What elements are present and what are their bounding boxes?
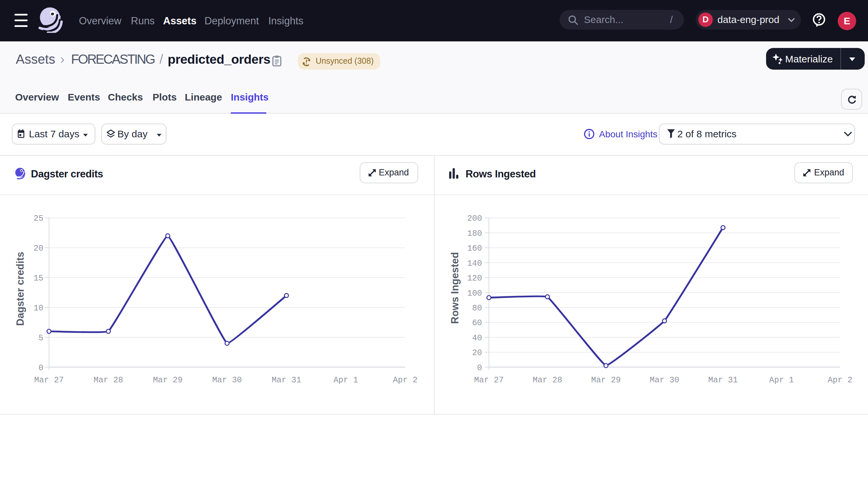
- svg-text:Mar 28: Mar 28: [533, 376, 562, 385]
- svg-text:25: 25: [34, 214, 43, 223]
- svg-text:Mar 27: Mar 27: [34, 376, 64, 385]
- svg-text:Mar 29: Mar 29: [153, 376, 182, 385]
- svg-text:Apr 2: Apr 2: [828, 376, 852, 385]
- svg-text:0: 0: [477, 363, 482, 373]
- svg-text:Mar 29: Mar 29: [591, 376, 621, 385]
- svg-text:10: 10: [34, 303, 43, 313]
- svg-text:80: 80: [472, 303, 482, 313]
- svg-text:Mar 30: Mar 30: [213, 376, 242, 385]
- svg-text:140: 140: [467, 259, 482, 268]
- svg-text:0: 0: [38, 363, 43, 373]
- svg-text:200: 200: [467, 214, 482, 223]
- svg-text:40: 40: [472, 333, 482, 343]
- svg-text:Apr 1: Apr 1: [333, 376, 358, 385]
- svg-text:Apr 2: Apr 2: [393, 376, 418, 385]
- svg-text:160: 160: [467, 244, 482, 253]
- svg-text:Dagster credits: Dagster credits: [14, 252, 26, 326]
- svg-text:Mar 31: Mar 31: [708, 376, 738, 385]
- svg-text:Apr 1: Apr 1: [769, 376, 794, 385]
- svg-text:5: 5: [38, 333, 43, 343]
- svg-text:100: 100: [467, 289, 482, 298]
- svg-text:Mar 27: Mar 27: [474, 376, 504, 385]
- svg-text:15: 15: [34, 274, 43, 283]
- svg-text:Mar 28: Mar 28: [94, 376, 123, 385]
- svg-text:60: 60: [472, 318, 482, 328]
- svg-text:Rows Ingested: Rows Ingested: [449, 252, 461, 324]
- svg-text:Mar 31: Mar 31: [271, 376, 301, 385]
- svg-text:120: 120: [467, 274, 482, 283]
- svg-text:20: 20: [472, 348, 482, 358]
- svg-text:20: 20: [34, 244, 43, 253]
- svg-text:Mar 30: Mar 30: [650, 376, 679, 385]
- svg-text:180: 180: [467, 229, 482, 238]
